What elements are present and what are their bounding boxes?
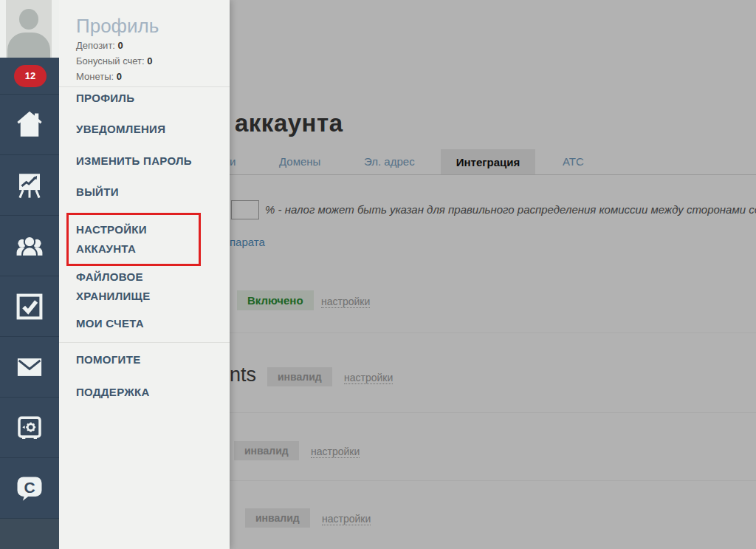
tab-partial[interactable]: и (230, 155, 236, 168)
menu-separator (59, 342, 230, 343)
bonus-stat: Бонусный счет: 0 (76, 53, 153, 69)
profile-menu-title: Профиль (76, 15, 159, 38)
settings-link[interactable]: настройки (321, 296, 370, 308)
menu-item-notifications[interactable]: УВЕДОМЛЕНИЯ (76, 123, 165, 135)
settings-link[interactable]: настройки (344, 372, 393, 384)
tax-percent-input[interactable] (231, 200, 259, 219)
settings-link[interactable]: настройки (311, 446, 360, 458)
tab-ats[interactable]: АТС (563, 155, 584, 168)
row-divider (230, 333, 756, 333)
menu-item-my-bills[interactable]: МОИ СЧЕТА (76, 317, 144, 330)
row-divider (230, 480, 756, 481)
status-badge: инвалид (267, 367, 332, 386)
app-window: аккаунта и Домены Эл. адрес Интеграция А… (0, 0, 756, 549)
home-icon (14, 109, 45, 140)
sidebar-item-reports[interactable] (0, 154, 59, 215)
menu-item-file-storage[interactable]: ФАЙЛОВОЕ ХРАНИЛИЩЕ (76, 267, 209, 306)
chat-c-icon: C (13, 472, 46, 505)
row-divider (230, 412, 756, 413)
avatar[interactable] (0, 0, 59, 58)
sidebar-item-tasks[interactable] (0, 276, 59, 336)
sidebar-item-mail[interactable] (0, 336, 59, 397)
profile-flyout-menu: Профиль Депозит: 0 Бонусный счет: 0 Моне… (59, 0, 230, 549)
menu-item-logout[interactable]: ВЫЙТИ (76, 185, 119, 198)
menu-item-account-settings-highlighted[interactable]: НАСТРОЙКИ АККАУНТА (66, 213, 201, 266)
integration-name-partial: nts (230, 364, 256, 386)
menu-item-profile[interactable]: ПРОФИЛЬ (76, 92, 134, 104)
menu-separator (59, 86, 230, 87)
profile-stats: Депозит: 0 Бонусный счет: 0 Монеты: 0 (76, 38, 153, 84)
tab-email[interactable]: Эл. адрес (364, 155, 415, 168)
sidebar-footer-band (0, 518, 59, 549)
menu-item-support[interactable]: ПОДДЕРЖКА (76, 386, 150, 398)
avatar-image (6, 0, 52, 58)
page-title: аккаунта (235, 109, 343, 137)
sidebar-item-contacts[interactable] (0, 215, 59, 276)
tab-integration[interactable]: Интеграция (441, 149, 535, 175)
notification-count-badge[interactable]: 12 (14, 65, 47, 87)
sidebar-item-chat[interactable]: C (0, 457, 59, 518)
tasks-check-icon (14, 291, 45, 322)
sidebar-item-home[interactable] (0, 94, 59, 154)
menu-item-help[interactable]: ПОМОГИТЕ (76, 353, 140, 366)
mail-icon (14, 352, 45, 383)
status-badge: инвалид (245, 508, 310, 528)
settings-link[interactable]: настройки (322, 513, 371, 525)
svg-text:C: C (24, 479, 35, 496)
tab-domains[interactable]: Домены (279, 155, 320, 168)
sidebar-item-safe[interactable] (0, 397, 59, 457)
team-icon (13, 230, 46, 262)
cash-device-link[interactable]: парата (230, 236, 265, 248)
status-badge: инвалид (234, 441, 299, 460)
status-badge: Включено (237, 290, 314, 310)
coins-stat: Монеты: 0 (76, 69, 153, 84)
tax-note-text: % - налог может быть указан для правильн… (265, 203, 756, 216)
presentation-chart-icon (14, 170, 45, 201)
deposit-stat: Депозит: 0 (76, 38, 153, 53)
sidebar: 12 (0, 0, 59, 549)
tabs-underline (230, 174, 756, 175)
menu-item-change-password[interactable]: ИЗМЕНИТЬ ПАРОЛЬ (76, 154, 192, 167)
safe-icon (15, 413, 44, 443)
